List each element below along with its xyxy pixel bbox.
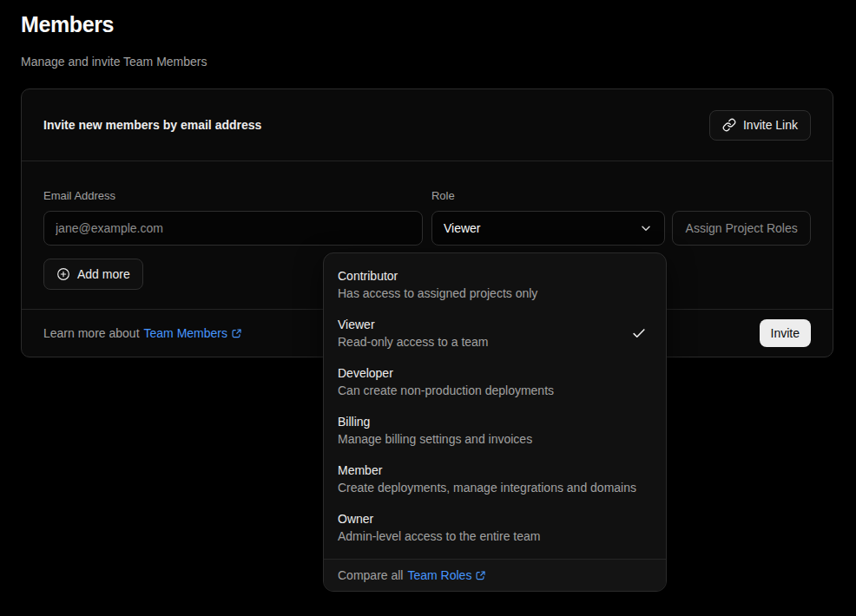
plus-circle-icon — [56, 267, 70, 281]
role-option[interactable]: Owner Admin-level access to the entire t… — [331, 503, 659, 552]
add-more-button[interactable]: Add more — [43, 259, 143, 290]
assign-roles-group: Assign Project Roles — [672, 189, 811, 246]
add-more-label: Add more — [77, 267, 130, 281]
invite-button[interactable]: Invite — [760, 319, 811, 347]
role-option-title: Viewer — [338, 316, 652, 333]
role-option[interactable]: Contributor Has access to assigned proje… — [331, 260, 659, 309]
role-option-description: Has access to assigned projects only — [338, 285, 652, 302]
external-link-icon — [475, 570, 486, 581]
role-option-title: Developer — [338, 364, 652, 382]
role-label: Role — [431, 189, 665, 203]
role-option-description: Can create non-production deployments — [338, 382, 652, 399]
learn-more-text: Learn more about — [43, 326, 140, 340]
assign-project-roles-button[interactable]: Assign Project Roles — [672, 211, 811, 246]
learn-more-note: Learn more about Team Members — [43, 326, 242, 340]
role-option[interactable]: Billing Manage billing settings and invo… — [331, 406, 659, 455]
chevron-down-icon — [639, 221, 653, 235]
external-link-icon — [231, 328, 242, 339]
role-option-title: Billing — [338, 413, 652, 430]
email-field-group: Email Address — [43, 189, 423, 246]
page-title: Members — [21, 12, 114, 37]
email-input[interactable] — [43, 211, 423, 246]
role-option-title: Member — [338, 462, 652, 479]
link-icon — [722, 118, 736, 132]
role-option-title: Contributor — [338, 267, 652, 285]
invite-link-button[interactable]: Invite Link — [709, 110, 811, 141]
team-members-link-label: Team Members — [144, 326, 227, 340]
role-field-group: Role Viewer — [431, 189, 665, 246]
compare-all-text: Compare all — [338, 568, 403, 582]
role-option-description: Manage billing settings and invoices — [338, 430, 652, 448]
role-option-description: Create deployments, manage integrations … — [338, 479, 652, 496]
invite-card-title: Invite new members by email address — [43, 118, 261, 132]
check-icon — [631, 325, 647, 341]
role-option[interactable]: Viewer Read-only access to a team — [331, 309, 659, 357]
role-dropdown-footer: Compare all Team Roles — [324, 559, 666, 591]
role-option-description: Admin-level access to the entire team — [338, 528, 652, 545]
role-option-description: Read-only access to a team — [338, 333, 652, 351]
page-subtitle: Manage and invite Team Members — [21, 55, 207, 69]
invite-card-header: Invite new members by email address Invi… — [22, 89, 833, 161]
role-option[interactable]: Developer Can create non-production depl… — [331, 357, 659, 406]
team-members-link[interactable]: Team Members — [144, 326, 242, 340]
team-roles-link[interactable]: Team Roles — [407, 568, 486, 582]
role-option[interactable]: Member Create deployments, manage integr… — [331, 455, 659, 503]
invite-link-label: Invite Link — [743, 118, 798, 132]
team-roles-link-label: Team Roles — [407, 568, 471, 582]
role-selected-value: Viewer — [444, 221, 481, 235]
email-label: Email Address — [43, 189, 423, 203]
role-select[interactable]: Viewer — [431, 211, 665, 246]
role-options-list: Contributor Has access to assigned proje… — [324, 253, 666, 559]
role-dropdown-menu: Contributor Has access to assigned proje… — [323, 252, 667, 592]
role-option-title: Owner — [338, 510, 652, 528]
